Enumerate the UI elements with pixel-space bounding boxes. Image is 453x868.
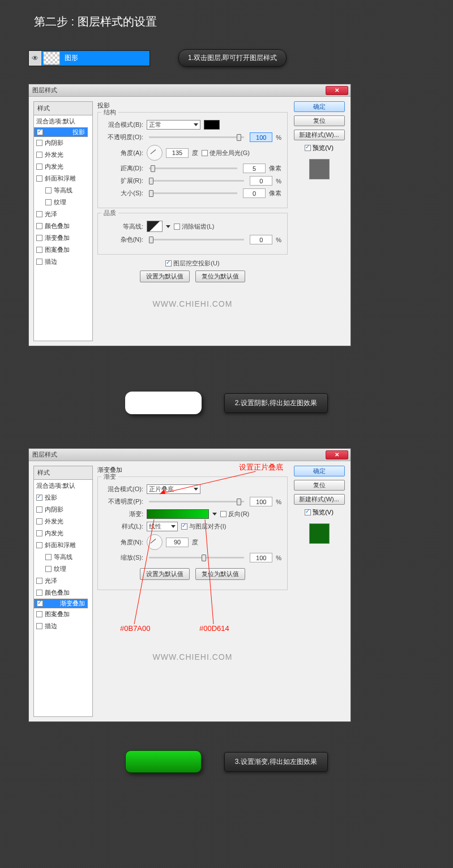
watermark: WWW.CHIEHI.COM <box>97 652 288 661</box>
opacity-value[interactable]: 100 <box>250 132 272 142</box>
style-label: 样式(L): <box>104 522 143 531</box>
style-pattern-overlay[interactable]: 图案叠加 <box>34 244 92 256</box>
preview-checkbox[interactable] <box>305 509 311 515</box>
preview-checkbox[interactable] <box>305 145 311 151</box>
contour-label: 等高线: <box>104 222 143 231</box>
new-style-button[interactable]: 新建样式(W)... <box>294 494 345 505</box>
styles-header: 样式 <box>34 466 92 480</box>
style-drop-shadow[interactable]: 投影 <box>34 127 88 137</box>
group-gradient: 渐变 <box>101 472 118 481</box>
opacity-slider[interactable] <box>149 136 244 138</box>
preview-swatch <box>309 159 330 179</box>
angle-dial[interactable] <box>147 534 163 550</box>
noise-slider[interactable] <box>149 239 244 240</box>
gradient-picker[interactable] <box>147 509 209 519</box>
section-title: 投影 <box>97 101 288 110</box>
style-bevel[interactable]: 斜面和浮雕 <box>34 173 92 184</box>
align-label: 与图层对齐(I) <box>189 522 226 531</box>
close-icon[interactable]: ✕ <box>326 86 348 95</box>
style-inner-shadow[interactable]: 内阴影 <box>34 137 92 149</box>
size-value[interactable]: 0 <box>243 188 266 198</box>
angle-value[interactable]: 90 <box>166 538 189 547</box>
antialias-label: 消除锯齿(L) <box>182 222 214 231</box>
style-contour[interactable]: 等高线 <box>34 551 92 563</box>
style-contour[interactable]: 等高线 <box>34 184 92 196</box>
angle-dial[interactable] <box>147 145 163 161</box>
style-outer-glow[interactable]: 外发光 <box>34 149 92 161</box>
reverse-label: 反向(R) <box>228 510 249 518</box>
preview-label: 预览(V) <box>313 508 334 517</box>
noise-value[interactable]: 0 <box>250 235 272 244</box>
make-default-button[interactable]: 设置为默认值 <box>140 568 190 580</box>
opacity-slider[interactable] <box>149 501 244 502</box>
page-title: 第二步 : 图层样式的设置 <box>34 14 425 29</box>
style-list: 样式 混合选项:默认 投影 内阴影 外发光 内发光 斜面和浮雕 等高线 纹理 光… <box>33 466 93 717</box>
blend-mode-select[interactable]: 正片叠底 <box>147 484 200 494</box>
section-title: 渐变叠加 <box>97 466 288 474</box>
close-icon[interactable]: ✕ <box>326 450 348 459</box>
reset-default-button[interactable]: 复位为默认值 <box>195 270 245 282</box>
dialog-title: 图层样式 <box>32 86 57 94</box>
layer-name: 图形 <box>65 53 78 63</box>
opacity-value[interactable]: 100 <box>250 497 272 506</box>
style-inner-glow[interactable]: 内发光 <box>34 161 92 173</box>
scale-slider[interactable] <box>149 557 244 558</box>
style-satin[interactable]: 光泽 <box>34 208 92 220</box>
visibility-icon[interactable]: 👁 <box>29 51 41 66</box>
distance-value[interactable]: 5 <box>243 164 266 173</box>
angle-value[interactable]: 135 <box>166 148 189 158</box>
opacity-label: 不透明度(O): <box>104 133 143 141</box>
chevron-down-icon[interactable] <box>212 513 217 515</box>
ok-button[interactable]: 确定 <box>294 101 345 112</box>
layer-style-dialog-1: 图层样式 ✕ 样式 混合选项:默认 投影 内阴影 外发光 内发光 斜面和浮雕 等… <box>28 84 351 346</box>
ok-button[interactable]: 确定 <box>294 466 345 476</box>
layer-thumbnail <box>43 51 60 65</box>
blend-options[interactable]: 混合选项:默认 <box>34 480 92 492</box>
style-texture[interactable]: 纹理 <box>34 563 92 575</box>
global-light-checkbox[interactable] <box>202 150 208 156</box>
blend-options[interactable]: 混合选项:默认 <box>34 115 92 127</box>
distance-slider[interactable] <box>149 167 237 169</box>
style-stroke[interactable]: 描边 <box>34 256 92 268</box>
size-slider[interactable] <box>149 192 237 194</box>
knockout-checkbox[interactable] <box>165 260 172 267</box>
style-drop-shadow[interactable]: 投影 <box>34 492 92 504</box>
blend-mode-select[interactable]: 正常 <box>147 120 200 130</box>
style-pattern-overlay[interactable]: 图案叠加 <box>34 608 92 620</box>
cancel-button[interactable]: 复位 <box>294 480 345 491</box>
preview-label: 预览(V) <box>313 144 334 152</box>
spread-slider[interactable] <box>149 180 244 182</box>
style-color-overlay[interactable]: 颜色叠加 <box>34 587 92 599</box>
layer-item[interactable]: 👁 图形 <box>28 50 150 66</box>
align-checkbox[interactable] <box>181 523 187 530</box>
style-select[interactable]: 线性 <box>147 522 178 531</box>
style-inner-glow[interactable]: 内发光 <box>34 527 92 539</box>
new-style-button[interactable]: 新建样式(W)... <box>294 130 345 140</box>
antialias-checkbox[interactable] <box>174 224 180 230</box>
reset-default-button[interactable]: 复位为默认值 <box>195 568 245 580</box>
style-color-overlay[interactable]: 颜色叠加 <box>34 220 92 232</box>
make-default-button[interactable]: 设置为默认值 <box>140 270 190 282</box>
contour-picker[interactable] <box>147 221 163 232</box>
annot-hex1: #0B7A00 <box>120 624 151 633</box>
noise-label: 杂色(N): <box>104 235 143 244</box>
scale-value[interactable]: 100 <box>250 553 272 562</box>
callout-3: 3.设置渐变,得出如左图效果 <box>224 752 328 772</box>
shadow-color-swatch[interactable] <box>204 120 220 130</box>
style-bevel[interactable]: 斜面和浮雕 <box>34 539 92 551</box>
style-texture[interactable]: 纹理 <box>34 196 92 208</box>
style-gradient-overlay[interactable]: 渐变叠加 <box>34 232 92 244</box>
style-outer-glow[interactable]: 外发光 <box>34 515 92 527</box>
spread-value[interactable]: 0 <box>250 176 272 186</box>
cancel-button[interactable]: 复位 <box>294 115 345 126</box>
chevron-down-icon[interactable] <box>166 225 170 228</box>
group-structure: 结构 <box>101 108 118 117</box>
style-gradient-overlay[interactable]: 渐变叠加 <box>34 599 88 608</box>
style-inner-shadow[interactable]: 内阴影 <box>34 504 92 515</box>
style-satin[interactable]: 光泽 <box>34 575 92 587</box>
style-stroke[interactable]: 描边 <box>34 620 92 632</box>
reverse-checkbox[interactable] <box>220 511 226 517</box>
callout-1: 1.双击图层,即可打开图层样式 <box>178 49 287 67</box>
dialog-title: 图层样式 <box>32 450 57 459</box>
opacity-label: 不透明度(P): <box>104 497 143 506</box>
